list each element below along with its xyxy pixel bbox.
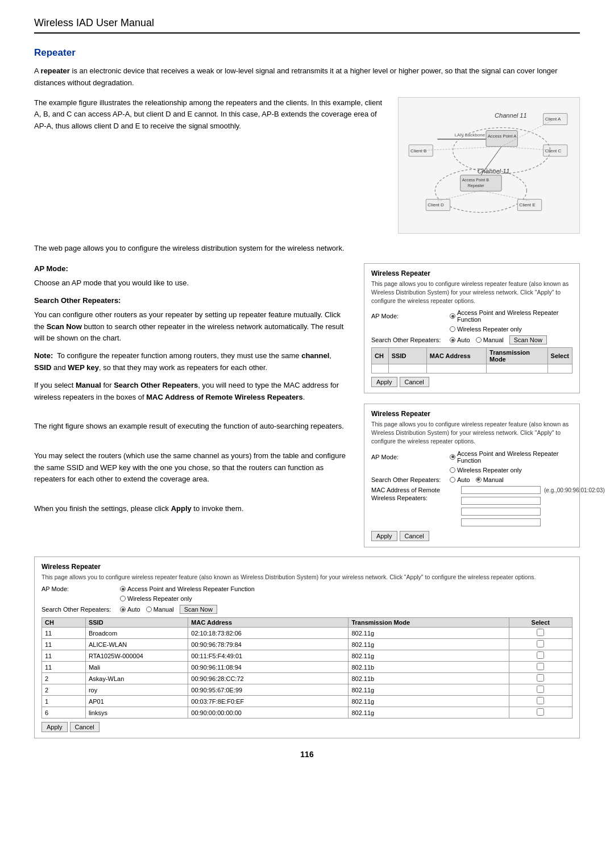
row-checkbox[interactable] [537, 651, 544, 659]
table-row: 1 AP01 00:03:7F:8E:F0:EF 802.11g [42, 696, 572, 707]
row-mac: 00:90:96:78:79:84 [188, 639, 349, 650]
wireless-repeater-panel-1: Wireless Repeater This page allows you t… [364, 263, 580, 393]
row-checkbox[interactable] [537, 708, 544, 716]
panel3-table-body: 11 Broadcom 02:10:18:73:82:06 802.11g 11… [42, 628, 572, 719]
panel1-scan-now-button[interactable]: Scan Now [509, 335, 547, 344]
radio-auto-selected [450, 337, 455, 343]
panel3-title: Wireless Repeater [42, 563, 572, 571]
panel3-ap-option-1[interactable]: Access Point and Wireless Repeater Funct… [120, 585, 255, 592]
panel1-ap-mode-row: AP Mode: Access Point and Wireless Repea… [371, 309, 572, 323]
panel3-search-options: Auto Manual Scan Now [120, 605, 217, 614]
panel1-ap-option-1[interactable]: Access Point and Wireless Repeater Funct… [450, 309, 572, 323]
panel3-th-ssid: SSID [85, 618, 188, 628]
network-diagram-svg: Channel 11 LAN Backbone Access Point A C… [403, 102, 575, 227]
empty-row-ssid [388, 364, 426, 373]
svg-text:Repeater: Repeater [468, 184, 485, 188]
panel2-apply-button[interactable]: Apply [371, 531, 397, 541]
row-checkbox[interactable] [537, 640, 544, 647]
row-ssid: Mali [85, 662, 188, 673]
panel3-manual-label: Manual [154, 606, 174, 613]
table-row: 11 Broadcom 02:10:18:73:82:06 802.11g [42, 628, 572, 639]
row-mode: 802.11b [349, 673, 509, 684]
ap-mode-desc: Choose an AP mode that you would like to… [34, 277, 347, 289]
panel3-apply-button[interactable]: Apply [42, 722, 68, 732]
row-ssid: RTA1025W-000004 [85, 650, 188, 662]
row-mac: 00:90:00:00:00:00 [188, 707, 349, 719]
row-ssid: ALICE-WLAN [85, 639, 188, 650]
panel1-manual-option[interactable]: Manual [476, 337, 504, 343]
panel1-ap-option-2[interactable]: Wireless Repeater only [450, 326, 522, 333]
table-row: 6 linksys 00:90:00:00:00:00 802.11g [42, 707, 572, 719]
row-checkbox[interactable] [537, 663, 544, 670]
panel2-ap-option-1[interactable]: Access Point and Wireless Repeater Funct… [450, 450, 572, 464]
radio-panel3-manual-unsel [146, 607, 152, 612]
figure-text: The example figure illustrates the relea… [34, 97, 384, 132]
wireless-repeater-panel-3: Wireless Repeater This page allows you t… [34, 556, 580, 739]
row-checkbox[interactable] [537, 674, 544, 682]
panel2-auto-label: Auto [457, 476, 470, 483]
table-row [372, 364, 572, 373]
panel2-ap-options: Access Point and Wireless Repeater Funct… [450, 450, 572, 464]
panel3-ap-options: Access Point and Wireless Repeater Funct… [120, 585, 255, 592]
panel2-mac-input-4[interactable] [461, 518, 541, 526]
ap-mode-heading: AP Mode: [34, 263, 347, 275]
svg-line-24 [438, 190, 481, 201]
row-ch: 2 [42, 684, 86, 696]
panel3-scan-now-button[interactable]: Scan Now [180, 605, 217, 614]
panel2-manual-option[interactable]: Manual [476, 476, 504, 483]
panel2-auto-option[interactable]: Auto [450, 476, 470, 483]
row-checkbox-cell [509, 673, 572, 684]
panel1-search-row: Search Other Repeaters: Auto Manual Scan… [371, 335, 572, 344]
row-checkbox[interactable] [537, 697, 544, 704]
panel1-manual-label: Manual [483, 337, 504, 343]
panel1-ap-option-2-label: Wireless Repeater only [457, 326, 522, 333]
panel3-ap-option-2[interactable]: Wireless Repeater only [120, 595, 192, 602]
panel1-ap-mode-label: AP Mode: [371, 313, 445, 319]
empty-row-tm [487, 364, 548, 373]
panel1-search-label: Search Other Repeaters: [371, 337, 445, 343]
panel3-ap-mode-label: AP Mode: [42, 585, 115, 592]
panel3-auto-option[interactable]: Auto [120, 606, 140, 613]
panel1-auto-label: Auto [457, 337, 470, 343]
panel3-ap-option-2-label: Wireless Repeater only [127, 595, 192, 602]
row-mode: 802.11g [349, 639, 509, 650]
panel1-desc: This page allows you to configure wirele… [371, 280, 572, 305]
panel3-manual-option[interactable]: Manual [146, 606, 174, 613]
row-checkbox[interactable] [537, 629, 544, 636]
panel3-search-label: Search Other Repeaters: [42, 606, 115, 613]
panel2-mac-input-2[interactable] [461, 497, 541, 505]
panel2-ap-mode-label: AP Mode: [371, 454, 445, 460]
panel3-table: CH SSID MAC Address Transmission Mode Se… [42, 617, 572, 719]
row-ssid: Broadcom [85, 628, 188, 639]
row-ch: 6 [42, 707, 86, 719]
panel1-auto-option[interactable]: Auto [450, 337, 470, 343]
row-mode: 802.11g [349, 684, 509, 696]
panel2-ap-option-2[interactable]: Wireless Repeater only [450, 467, 522, 474]
panel2-mac-input-1[interactable] [461, 486, 541, 494]
row-checkbox-cell [509, 707, 572, 719]
row-mac: 00:90:95:67:0E:99 [188, 684, 349, 696]
panel1-apply-button[interactable]: Apply [371, 377, 397, 387]
table-row: 11 RTA1025W-000004 00:11:F5:F4:49:01 802… [42, 650, 572, 662]
radio-manual-unselected [476, 337, 482, 343]
row-checkbox[interactable] [537, 686, 544, 693]
manual-paragraph: If you select Manual for Search Other Re… [34, 380, 347, 404]
intro-bold: repeater [41, 67, 70, 75]
search-repeaters-heading: Search Other Repeaters: [34, 295, 347, 307]
radio-dot-unselected [450, 326, 455, 332]
row-mode: 802.11g [349, 628, 509, 639]
panel3-th-ch: CH [42, 618, 86, 628]
panel1-cancel-button[interactable]: Cancel [400, 377, 429, 387]
manual-bold2: Search Other Repeaters [114, 381, 198, 389]
panel2-cancel-button[interactable]: Cancel [400, 531, 429, 541]
right-column: Wireless Repeater This page allows you t… [364, 263, 580, 547]
panel2-mac-hint-row: (e.g.,00:90:96:01:02:03) [461, 486, 605, 495]
panel2-mac-input-3[interactable] [461, 508, 541, 516]
note-paragraph: Note: To configure the repeater function… [34, 350, 347, 374]
panel3-desc: This page allows you to configure wirele… [42, 573, 572, 582]
row-mac: 02:10:18:73:82:06 [188, 628, 349, 639]
radio-panel2-unsel [450, 467, 455, 473]
panel3-cancel-button[interactable]: Cancel [70, 722, 99, 732]
left-column: AP Mode: Choose an AP mode that you woul… [34, 263, 347, 547]
panel3-th-mac: MAC Address [188, 618, 349, 628]
